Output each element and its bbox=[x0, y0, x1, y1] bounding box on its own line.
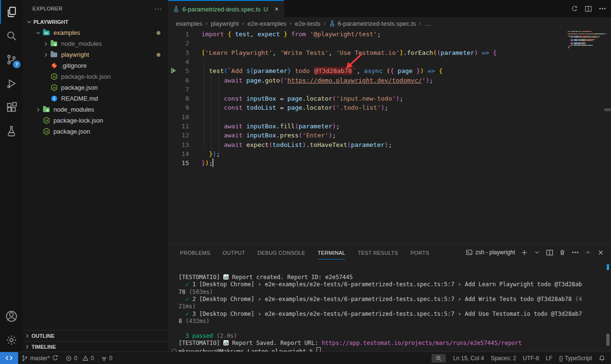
remote-indicator[interactable] bbox=[0, 352, 18, 364]
synchronize-icon[interactable] bbox=[571, 5, 578, 12]
activity-files-icon[interactable] bbox=[0, 0, 23, 24]
breadcrumb-item[interactable]: playwright bbox=[211, 20, 239, 27]
split-editor-icon[interactable] bbox=[585, 5, 592, 12]
code-line-13[interactable]: 13 await expect(todoList).toHaveText(par… bbox=[168, 140, 611, 150]
git-modified-dot bbox=[157, 31, 160, 35]
terminal-session-chip[interactable]: zsh - playwright bbox=[466, 249, 515, 256]
minimap-line bbox=[592, 40, 593, 41]
code-line-1[interactable]: 1import { test, expect } from '@playwrig… bbox=[168, 30, 611, 39]
activity-extensions-icon[interactable] bbox=[0, 95, 23, 119]
activity-testing-flask-icon[interactable] bbox=[0, 119, 23, 143]
encoding-item[interactable]: UTF-8 bbox=[519, 355, 542, 362]
tree-item-readme-md[interactable]: README.md bbox=[23, 93, 168, 104]
panel-tab-ports[interactable]: PORTS bbox=[411, 246, 429, 260]
explorer-more-actions[interactable]: ··· bbox=[154, 5, 162, 12]
node-json-icon: JS bbox=[43, 117, 51, 125]
notifications-item[interactable] bbox=[595, 355, 611, 362]
minimap-line bbox=[572, 31, 574, 32]
activity-source-control-icon[interactable]: 7 bbox=[0, 48, 23, 72]
tree-item-examples[interactable]: examples bbox=[23, 27, 168, 38]
overview-scrollbar-thumb[interactable] bbox=[604, 108, 611, 111]
terminal-line: ✓ 2 [Desktop Chrome] › e2e-examples/e2e-… bbox=[179, 296, 604, 303]
close-tab-icon[interactable]: × bbox=[274, 5, 278, 13]
eol-item[interactable]: LF bbox=[542, 355, 556, 362]
section-timeline[interactable]: TIMELINE bbox=[23, 341, 168, 352]
minimap-line bbox=[570, 40, 573, 41]
code-editor[interactable]: 1import { test, expect } from '@playwrig… bbox=[168, 30, 611, 243]
code-line-9[interactable]: 9 const todoList = page.locator('.todo-l… bbox=[168, 103, 611, 113]
radio-tower-icon bbox=[101, 355, 107, 362]
tree-item-package-json[interactable]: JSpackage.json bbox=[23, 82, 168, 93]
language-item[interactable]: {} TypeScript bbox=[556, 355, 595, 362]
tree-item-node-modules[interactable]: node_modules bbox=[23, 38, 168, 49]
kill-terminal-icon[interactable] bbox=[559, 249, 566, 256]
code-line-8[interactable]: 8 const inputBox = page.locator('input.n… bbox=[168, 94, 611, 104]
run-test-icon[interactable] bbox=[170, 67, 177, 74]
problems-item[interactable]: 0 0 bbox=[62, 352, 97, 364]
section-outline[interactable]: OUTLINE bbox=[23, 330, 168, 341]
minimap-line bbox=[581, 40, 585, 41]
panel-tab-debug-console[interactable]: DEBUG CONSOLE bbox=[258, 246, 306, 260]
minimap-line bbox=[570, 45, 573, 46]
line-col-item[interactable]: Ln 15, Col 4 bbox=[450, 355, 487, 362]
tree-item-node-modules[interactable]: node_modules bbox=[23, 104, 168, 115]
zoom-indicator[interactable] bbox=[432, 354, 446, 363]
git-file-icon bbox=[51, 62, 58, 70]
tree-item-package-lock-json[interactable]: JSpackage-lock.json bbox=[23, 115, 168, 126]
code-line-3[interactable]: 3['Learn Playwright', 'Write Tests', 'Us… bbox=[168, 48, 611, 58]
close-panel-icon[interactable] bbox=[597, 249, 604, 256]
new-terminal-icon[interactable] bbox=[521, 249, 528, 256]
activity-run-debug-icon[interactable] bbox=[0, 72, 23, 95]
more-actions-icon[interactable] bbox=[599, 5, 606, 12]
folder-node-icon bbox=[51, 40, 58, 48]
minimap-line bbox=[582, 45, 587, 46]
breadcrumb-item[interactable]: e2e-examples bbox=[247, 20, 286, 27]
terminal-output[interactable]: [TESTOMATIO] Report created. Report ID: … bbox=[168, 263, 611, 353]
panel-more-icon[interactable] bbox=[571, 249, 579, 256]
code-line-2[interactable]: 2 bbox=[168, 39, 611, 48]
terminal-scrollbar-thumb[interactable] bbox=[606, 333, 610, 346]
terminal-dropdown-icon[interactable] bbox=[534, 249, 540, 256]
tree-item-package-json[interactable]: JSpackage.json bbox=[23, 126, 168, 137]
code-line-15[interactable]: 15}); bbox=[168, 158, 611, 168]
code-line-7[interactable]: 7 bbox=[168, 85, 611, 94]
panel-tab-problems[interactable]: PROBLEMS bbox=[180, 246, 211, 260]
breadcrumb-separator: › bbox=[290, 20, 292, 27]
tab-6-parametrized-tests[interactable]: 6-parametrized-tests.spec.ts U × bbox=[168, 0, 284, 17]
breadcrumb-item[interactable]: 6-parametrized-tests.spec.ts bbox=[329, 20, 416, 27]
workspace-section-header[interactable]: PLAYWRIGHT bbox=[23, 17, 168, 27]
git-branch-item[interactable]: master* bbox=[18, 352, 62, 364]
code-line-5[interactable]: 5 test(`Add ${parameter} todo @T3d28ab78… bbox=[168, 66, 611, 76]
code-line-10[interactable]: 10 bbox=[168, 113, 611, 122]
code-line-4[interactable]: 4 bbox=[168, 57, 611, 67]
ports-item[interactable]: 0 bbox=[97, 352, 116, 364]
code-line-6[interactable]: 6 await page.goto('https://demo.playwrig… bbox=[168, 76, 611, 85]
split-terminal-icon[interactable] bbox=[546, 249, 553, 256]
breadcrumb-item[interactable]: … bbox=[424, 20, 431, 27]
activity-settings-gear-icon[interactable] bbox=[0, 328, 23, 352]
code-line-14[interactable]: 14 }); bbox=[168, 149, 611, 159]
panel-tab-output[interactable]: OUTPUT bbox=[223, 246, 245, 260]
tree-item-playwright[interactable]: playwright bbox=[23, 49, 168, 60]
panel-tab-test-results[interactable]: TEST RESULTS bbox=[358, 246, 398, 260]
code-line-12[interactable]: 12 await inputBox.press('Enter'); bbox=[168, 131, 611, 140]
breadcrumb-item[interactable]: examples bbox=[176, 20, 202, 27]
panel-tab-terminal[interactable]: TERMINAL bbox=[317, 246, 345, 260]
test-file-flask-icon bbox=[173, 6, 179, 12]
minimap-line bbox=[586, 33, 594, 34]
breadcrumb-separator: › bbox=[324, 20, 326, 27]
minimap-line bbox=[591, 31, 592, 32]
maximize-panel-icon[interactable] bbox=[585, 249, 591, 256]
indentation-item[interactable]: Spaces: 2 bbox=[487, 355, 519, 362]
panel-tabs: PROBLEMSOUTPUTDEBUG CONSOLETERMINALTEST … bbox=[180, 244, 429, 261]
tree-item--gitignore[interactable]: .gitignore bbox=[23, 60, 168, 71]
code-line-11[interactable]: 11 await inputBox.fill(parameter); bbox=[168, 122, 611, 131]
terminal-line: [TESTOMATIO] Report created. Report ID: … bbox=[179, 274, 604, 281]
activity-search-icon[interactable] bbox=[0, 24, 23, 48]
minimap-line bbox=[588, 45, 592, 46]
minimap[interactable] bbox=[566, 31, 607, 48]
minimap-line bbox=[594, 39, 595, 40]
activity-account-icon[interactable] bbox=[0, 304, 23, 328]
breadcrumb-item[interactable]: e2e-tests bbox=[295, 20, 320, 27]
tree-item-package-lock-json[interactable]: JSpackage-lock.json bbox=[23, 71, 168, 82]
